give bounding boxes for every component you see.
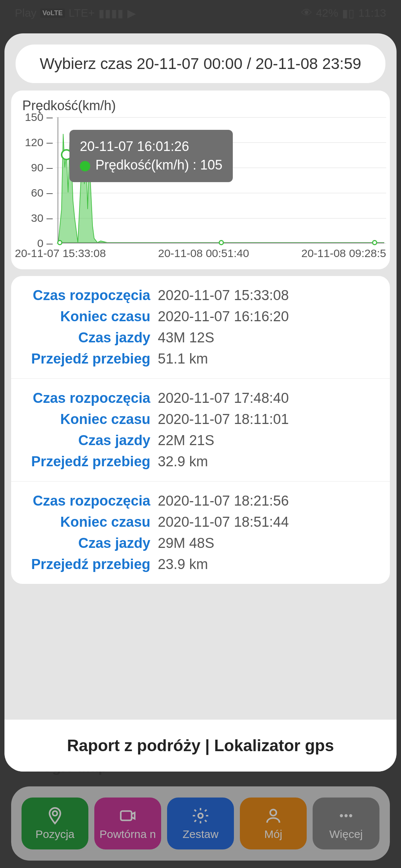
trip-value: 2020-11-07 15:33:08	[158, 285, 289, 306]
x-axis: 20-11-07 15:33:0820-11-08 00:51:4020-11-…	[15, 247, 386, 266]
svg-point-5	[345, 814, 348, 817]
trip-value: 23.9 km	[158, 554, 208, 575]
chart-baseline-marker	[219, 240, 224, 245]
trip-value: 2020-11-07 18:21:56	[158, 490, 289, 512]
nav-label: Powtórna n	[100, 828, 156, 841]
battery-icon: ▮▯	[342, 7, 355, 20]
tooltip-time: 20-11-07 16:01:26	[80, 137, 222, 156]
user-icon	[264, 806, 283, 825]
y-tick: 90 –	[31, 161, 53, 174]
trip-row: Koniec czasu2020-11-07 18:11:01	[22, 409, 379, 430]
tooltip-value: Prędkość(km/h) : 105	[95, 157, 222, 172]
trip-row: Przejedź przebieg23.9 km	[22, 554, 379, 575]
camera-icon	[118, 806, 137, 825]
trip-label: Przejedź przebieg	[22, 348, 158, 369]
svg-point-4	[340, 814, 343, 817]
nav-label: Zestaw	[183, 828, 219, 841]
lte-label: LTE+	[69, 7, 95, 19]
youtube-icon: ▶	[127, 7, 136, 20]
trip-item[interactable]: Czas rozpoczęcia2020-11-07 15:33:08Konie…	[11, 276, 390, 379]
svg-rect-1	[121, 811, 131, 821]
bottom-nav: Pozycja Powtórna n Zestaw Mój Więcej	[11, 786, 390, 861]
trips-list: Czas rozpoczęcia2020-11-07 15:33:08Konie…	[11, 276, 390, 584]
nav-wiecej[interactable]: Więcej	[313, 798, 379, 849]
trip-row: Czas jazdy22M 21S	[22, 430, 379, 451]
date-range-selector[interactable]: Wybierz czas 20-11-07 00:00 / 20-11-08 2…	[16, 45, 385, 83]
svg-point-0	[53, 811, 58, 816]
trip-value: 51.1 km	[158, 348, 208, 369]
trip-value: 32.9 km	[158, 451, 208, 472]
nav-pozycja[interactable]: Pozycja	[22, 798, 88, 849]
trip-value: 22M 21S	[158, 430, 214, 451]
y-tick: 120 –	[25, 136, 53, 149]
trip-value: 2020-11-07 16:16:20	[158, 306, 289, 327]
y-tick: 30 –	[31, 212, 53, 224]
trip-item[interactable]: Czas rozpoczęcia2020-11-07 18:21:56Konie…	[11, 481, 390, 584]
trip-value: 2020-11-07 18:11:01	[158, 409, 289, 430]
chart-baseline-marker	[372, 240, 377, 245]
trip-label: Koniec czasu	[22, 409, 158, 430]
x-tick: 20-11-08 00:51:40	[158, 247, 249, 266]
svg-point-3	[270, 809, 277, 816]
nav-label: Mój	[264, 828, 282, 841]
trip-row: Czas rozpoczęcia2020-11-07 17:48:40	[22, 388, 379, 409]
trip-label: Przejedź przebieg	[22, 554, 158, 575]
trip-row: Czas rozpoczęcia2020-11-07 15:33:08	[22, 285, 379, 306]
x-tick: 20-11-08 09:28:5	[301, 247, 386, 266]
y-tick: 150 –	[25, 111, 53, 124]
trip-label: Czas jazdy	[22, 533, 158, 554]
trip-row: Przejedź przebieg32.9 km	[22, 451, 379, 472]
trip-row: Koniec czasu2020-11-07 16:16:20	[22, 306, 379, 327]
x-tick: 20-11-07 15:33:08	[15, 247, 106, 266]
nav-moj[interactable]: Mój	[240, 798, 307, 849]
pin-icon	[46, 806, 64, 825]
clock: 11:13	[358, 7, 386, 19]
y-axis: 0 –30 –60 –90 –120 –150 –	[15, 117, 56, 243]
svg-point-6	[349, 814, 352, 817]
nav-label: Pozycja	[35, 828, 74, 841]
trip-value: 29M 48S	[158, 533, 214, 554]
chart-title: Prędkość(km/h)	[11, 94, 390, 117]
nav-label: Więcej	[329, 828, 363, 841]
volte-badge: VoLTE	[40, 9, 65, 18]
modal-footer: Raport z podróży | Lokalizator gps	[4, 720, 397, 772]
trip-value: 2020-11-07 17:48:40	[158, 388, 289, 409]
y-tick: 60 –	[31, 187, 53, 199]
signal-icon: ▮▮▮▮	[98, 7, 124, 20]
chart-tooltip: 20-11-07 16:01:26 Prędkość(km/h) : 105	[69, 130, 233, 182]
trip-label: Przejedź przebieg	[22, 451, 158, 472]
trip-row: Przejedź przebieg51.1 km	[22, 348, 379, 369]
trip-label: Czas rozpoczęcia	[22, 388, 158, 409]
speed-chart-card: Prędkość(km/h) 0 –30 –60 –90 –120 –150 –…	[11, 91, 390, 269]
trip-row: Koniec czasu2020-11-07 18:51:44	[22, 512, 379, 533]
report-modal: Wybierz czas 20-11-07 00:00 / 20-11-08 2…	[4, 33, 397, 772]
trip-row: Czas rozpoczęcia2020-11-07 18:21:56	[22, 490, 379, 512]
more-icon	[337, 806, 355, 825]
gear-icon	[191, 806, 210, 825]
trip-item[interactable]: Czas rozpoczęcia2020-11-07 17:48:40Konie…	[11, 379, 390, 481]
trip-value: 43M 12S	[158, 327, 214, 348]
nav-zestaw[interactable]: Zestaw	[167, 798, 234, 849]
carrier-label: Play	[15, 7, 36, 19]
trip-label: Czas jazdy	[22, 430, 158, 451]
nav-powtorna[interactable]: Powtórna n	[94, 798, 161, 849]
tooltip-dot-icon	[80, 161, 90, 171]
trip-row: Czas jazdy43M 12S	[22, 327, 379, 348]
battery-percent: 42%	[316, 7, 338, 19]
trip-value: 2020-11-07 18:51:44	[158, 512, 289, 533]
trip-label: Koniec czasu	[22, 512, 158, 533]
trip-row: Czas jazdy29M 48S	[22, 533, 379, 554]
trip-label: Czas jazdy	[22, 327, 158, 348]
eye-icon: 👁	[301, 7, 312, 19]
trip-label: Czas rozpoczęcia	[22, 285, 158, 306]
trip-label: Koniec czasu	[22, 306, 158, 327]
svg-point-2	[198, 813, 203, 818]
trip-label: Czas rozpoczęcia	[22, 490, 158, 512]
chart-baseline-marker	[57, 240, 62, 245]
status-bar: Play VoLTE LTE+ ▮▮▮▮ ▶ 👁 42% ▮▯ 11:13	[0, 0, 401, 26]
